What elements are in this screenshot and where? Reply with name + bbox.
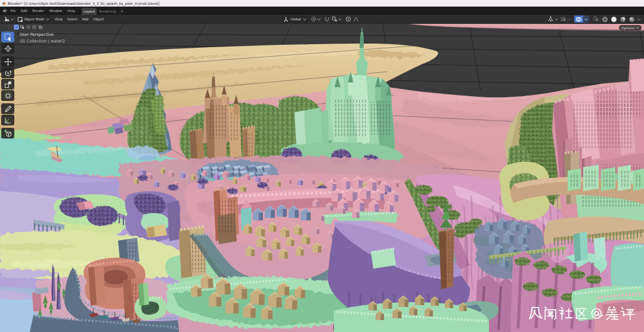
select-mode-row (14, 24, 43, 30)
menu-window[interactable]: Window (47, 7, 64, 15)
select-intersect-icon (38, 25, 42, 29)
menu-render[interactable]: Render (30, 7, 47, 15)
header-right-controls (546, 16, 642, 23)
editor-type-button[interactable] (0, 16, 15, 23)
chevron-down-icon (46, 18, 49, 21)
blender-logo-orange-icon (2, 1, 6, 5)
tool-annotate[interactable] (1, 103, 14, 114)
scene-render (0, 24, 644, 332)
overlays-dropdown[interactable] (583, 16, 589, 23)
orientation-label: Global (290, 17, 301, 21)
tool-measure[interactable] (1, 115, 14, 125)
orientation-global-icon (283, 17, 289, 22)
pivot-point-button[interactable] (310, 16, 322, 22)
pivot-point-icon (311, 16, 317, 22)
snap-target-button[interactable] (331, 16, 343, 22)
add-workspace-button[interactable]: + (117, 8, 126, 15)
mode-dropdown[interactable]: Object Mode (16, 16, 51, 23)
window-title: Blender* [C:\Users\Xpin test\Downloads\b… (8, 2, 159, 5)
tool-transform[interactable] (1, 90, 14, 101)
blender-window: Blender* [C:\Users\Xpin test\Downloads\b… (0, 0, 644, 332)
chevron-down-icon (584, 18, 588, 21)
shading-rendered-icon (628, 16, 635, 23)
chevron-down-icon (338, 18, 342, 21)
select-extend-icon (20, 25, 24, 29)
rotate-icon (4, 69, 12, 77)
select-set-icon (14, 25, 18, 29)
tab-rendering[interactable]: Rendering (97, 8, 117, 15)
show-gizmo-button[interactable] (546, 16, 559, 23)
shading-material-button[interactable] (618, 16, 627, 23)
menu-edit[interactable]: Edit (18, 7, 30, 15)
viewport-header: Object Mode View Select Add Object Globa… (0, 15, 644, 24)
scale-icon (4, 81, 12, 88)
cursor-3d-icon (4, 45, 12, 53)
magnet-icon (324, 17, 330, 22)
move-icon (4, 58, 12, 66)
show-overlays-button[interactable] (574, 16, 583, 23)
select-box-icon (4, 33, 12, 41)
menu-view[interactable]: View (52, 17, 65, 21)
tool-move[interactable] (1, 56, 14, 67)
overlays-icon (575, 16, 582, 23)
show-overlays-extra-button[interactable] (559, 16, 571, 22)
chevron-down-icon (636, 26, 639, 29)
tool-select-box[interactable] (1, 32, 14, 42)
tool-add-cube[interactable] (1, 128, 14, 139)
viewport-3d[interactable]: User Perspective (0) Collection | water2… (0, 24, 644, 332)
chevron-down-icon (555, 18, 558, 21)
select-subtract-button[interactable] (26, 24, 31, 30)
shading-wireframe-icon (602, 16, 608, 23)
toolbar (1, 32, 14, 139)
select-set-button[interactable] (14, 24, 19, 30)
xray-toggle-button[interactable] (592, 16, 600, 22)
view-name-label: User Perspective (20, 32, 65, 38)
transform-icon (4, 92, 12, 100)
object-mode-icon (17, 17, 23, 22)
falloff-button[interactable] (352, 16, 360, 22)
shading-solid-button[interactable] (609, 16, 618, 23)
tool-rotate[interactable] (1, 67, 14, 78)
viewport-overlay-text: User Perspective (0) Collection | water2 (20, 32, 65, 45)
annotate-pen-icon (4, 105, 12, 113)
menu-select[interactable]: Select (65, 17, 80, 21)
titlebar: Blender* [C:\Users\Xpin test\Downloads\b… (0, 0, 644, 7)
chevron-down-icon (303, 18, 306, 21)
tool-scale[interactable] (1, 79, 14, 90)
falloff-curve-icon (353, 16, 359, 22)
menu-help[interactable]: Help (65, 7, 78, 15)
chevron-down-icon (317, 18, 321, 21)
options-dropdown[interactable]: Options (619, 25, 642, 30)
menu-add[interactable]: Add (80, 17, 91, 21)
select-subtract-icon (26, 25, 30, 29)
transform-orientation-dropdown[interactable]: Global (281, 16, 308, 23)
workspace-tabs: Layout Rendering + (82, 7, 126, 15)
proportional-editing-button[interactable] (345, 16, 352, 22)
shading-rendered-button[interactable] (627, 16, 636, 23)
chevron-down-icon (637, 18, 641, 21)
select-extend-button[interactable] (20, 24, 25, 30)
menu-object[interactable]: Object (91, 17, 106, 21)
snap-toggle-button[interactable] (324, 17, 331, 22)
menubar: File Edit Render Window Help Layout Rend… (0, 7, 644, 15)
options-label: Options (621, 26, 634, 30)
editor-type-icon (4, 16, 10, 23)
select-invert-button[interactable] (32, 24, 37, 30)
overlay-grid-icon (561, 16, 566, 22)
select-invert-icon (32, 25, 36, 29)
tool-cursor[interactable] (1, 43, 14, 54)
select-intersect-button[interactable] (38, 24, 43, 30)
active-object-label: (0) Collection | water2 (20, 38, 65, 45)
shading-wireframe-button[interactable] (600, 16, 609, 23)
measure-icon (4, 116, 12, 124)
add-cube-icon (4, 129, 12, 137)
blender-logo-icon[interactable] (2, 8, 7, 13)
mode-label: Object Mode (24, 17, 45, 21)
snap-target-icon (332, 16, 338, 22)
shading-dropdown[interactable] (636, 18, 642, 21)
xray-icon (593, 16, 599, 22)
chevron-down-icon (11, 18, 14, 21)
menu-file[interactable]: File (8, 7, 18, 15)
shading-material-icon (620, 16, 626, 23)
tab-layout[interactable]: Layout (82, 8, 97, 15)
